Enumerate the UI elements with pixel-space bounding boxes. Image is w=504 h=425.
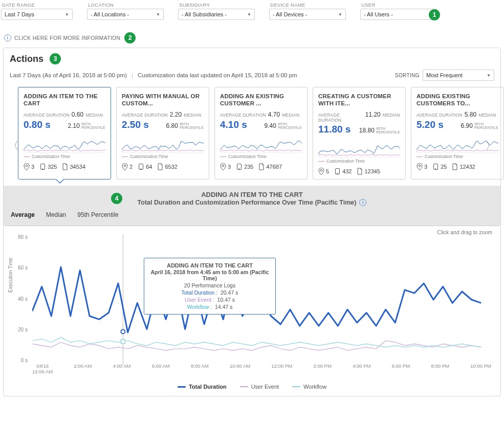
- sort-control: SORTING Most Frequent ▼: [395, 70, 494, 81]
- filter-value: - All Subsidiaries -: [182, 11, 227, 17]
- document-icon: 34534: [62, 163, 85, 170]
- tooltip-title: ADDING AN ITEM TO THE CART: [149, 262, 270, 269]
- info-icon: i: [4, 34, 11, 41]
- action-card[interactable]: PAYING WITH MANUAL OR CUSTOM...AVERAGE D…: [116, 87, 209, 180]
- sort-label: SORTING: [395, 73, 420, 78]
- svg-point-9: [320, 169, 322, 171]
- info-icon[interactable]: i: [359, 199, 366, 206]
- big-duration: 2.50 s: [122, 119, 149, 130]
- customization-time-label: Customization Time: [24, 154, 105, 159]
- filter-select[interactable]: - All Subsidiaries -▼: [178, 9, 255, 20]
- avg-label: AVERAGE DURATION: [24, 113, 70, 118]
- x-tick: 2:00 AM: [74, 363, 92, 374]
- chart-tab[interactable]: 95th Percentile: [77, 211, 118, 218]
- x-tick: 2:00 PM: [313, 363, 331, 374]
- customization-time-label: Customization Time: [417, 154, 498, 159]
- p95-value: 6.90: [461, 122, 473, 129]
- p95-label: 95THPERCENTILE: [81, 122, 105, 130]
- sparkline: [318, 139, 400, 158]
- filter-select[interactable]: - All Devices -▼: [269, 9, 346, 20]
- svg-point-8: [239, 168, 240, 169]
- svg-point-12: [419, 165, 421, 167]
- carousel-prev-icon[interactable]: 〈: [8, 138, 19, 153]
- median-label: MEDIAN: [282, 113, 299, 118]
- caret-down-icon: ▼: [156, 12, 160, 17]
- document-icon: 6532: [157, 163, 177, 170]
- card-title: CREATING A CUSTOMER WITH ITE...: [318, 93, 400, 108]
- customization-note: Customization data last updated on April…: [138, 72, 297, 78]
- x-tick: 12:00 PM: [272, 363, 293, 374]
- p95-value: 6.80: [166, 122, 178, 129]
- x-tick: 10:00 AM: [230, 363, 250, 374]
- separator: |: [132, 72, 133, 78]
- filter-label: DEVICE NAME: [269, 2, 346, 8]
- action-card[interactable]: ADDING EXISTING CUSTOMERS TO...AVERAGE D…: [411, 87, 504, 180]
- x-axis-ticks: 04/1612:00 AM2:00 AM4:00 AM6:00 AM8:00 A…: [32, 363, 491, 374]
- svg-rect-17: [121, 340, 125, 344]
- chart-area[interactable]: Click and drag to zoom Execution Time 80…: [4, 226, 500, 379]
- more-info-link[interactable]: i CLICK HERE FOR MORE INFORMATION 2: [4, 32, 504, 43]
- big-duration: 0.80 s: [24, 119, 51, 130]
- action-card[interactable]: ADDING AN EXISTING CUSTOMER ...AVERAGE D…: [214, 87, 308, 180]
- y-axis-label: Execution Time: [8, 258, 13, 293]
- sort-select[interactable]: Most Frequent ▼: [423, 70, 494, 81]
- p95-value: 9.40: [265, 122, 276, 129]
- filter-label: DATE RANGE: [1, 2, 73, 8]
- tooltip-total-label: Total Duration :: [182, 289, 218, 296]
- tablet-icon: 25: [432, 163, 447, 170]
- avg-label: AVERAGE DURATION: [417, 113, 463, 118]
- callout-badge-2: 2: [124, 32, 136, 43]
- panel-title: Actions: [10, 54, 43, 64]
- card-footer: 543212345: [318, 168, 400, 175]
- actions-panel: Actions 3 Last 7 Days (As of April 16, 2…: [3, 48, 501, 396]
- filter-value: Last 7 Days: [5, 11, 34, 17]
- filter-select[interactable]: - All Locations -▼: [87, 9, 164, 20]
- svg-point-6: [222, 165, 224, 167]
- x-tick: 4:00 PM: [353, 363, 370, 374]
- document-icon: 47687: [258, 163, 282, 170]
- card-footer: 332534534: [24, 163, 105, 170]
- document-icon: 12345: [357, 168, 380, 175]
- avg-value: 5.80: [465, 111, 476, 118]
- y-tick: 20 s: [18, 327, 28, 332]
- filter-select[interactable]: - All Users -▼: [360, 9, 437, 20]
- detail-title: ADDING AN ITEM TO THE CART: [4, 191, 500, 198]
- p95-label: 95THPERCENTILE: [376, 127, 400, 135]
- x-tick: 04/1612:00 AM: [32, 363, 53, 374]
- p95-label: 95THPERCENTILE: [180, 122, 204, 130]
- x-tick: 6:00 PM: [392, 363, 410, 374]
- p95-label: 95THPERCENTILE: [474, 122, 498, 130]
- svg-point-0: [26, 165, 28, 167]
- callout-badge-3: 3: [50, 53, 61, 64]
- median-label: MEDIAN: [184, 113, 201, 118]
- y-tick: 80 s: [18, 234, 28, 240]
- legend-item[interactable]: Total Duration: [178, 384, 227, 390]
- legend-item[interactable]: User Event: [240, 384, 279, 390]
- avg-value: 0.60: [72, 111, 83, 118]
- pin-icon: 3: [24, 163, 34, 170]
- action-card[interactable]: CREATING A CUSTOMER WITH ITE...AVERAGE D…: [313, 87, 406, 180]
- chart-tab[interactable]: Average: [11, 211, 35, 218]
- callout-badge-4: 4: [111, 193, 122, 204]
- p95-value: 2.10: [68, 122, 80, 129]
- y-tick: 40 s: [18, 296, 28, 302]
- card-title: ADDING EXISTING CUSTOMERS TO...: [417, 93, 498, 108]
- sort-value: Most Frequent: [426, 72, 463, 78]
- x-tick: 4:00 AM: [113, 363, 131, 374]
- filter-value: - All Devices -: [273, 11, 307, 17]
- median-label: MEDIAN: [478, 113, 496, 118]
- card-title: ADDING AN ITEM TO THE CART: [24, 93, 105, 108]
- avg-value: 2.20: [170, 111, 182, 118]
- chart-legend: Total DurationUser EventWorkflow: [4, 379, 500, 396]
- filter-select[interactable]: Last 7 Days▼: [1, 9, 73, 20]
- filter-label: USER: [360, 2, 437, 8]
- filter-value: - All Users -: [364, 11, 393, 17]
- document-icon: 12432: [452, 163, 475, 170]
- x-tick: 8:00 AM: [191, 363, 209, 374]
- chart-tab[interactable]: Median: [46, 211, 66, 218]
- legend-item[interactable]: Workflow: [292, 384, 326, 390]
- action-card[interactable]: ADDING AN ITEM TO THE CARTAVERAGE DURATI…: [18, 87, 111, 180]
- avg-label: AVERAGE DURATION: [122, 113, 168, 118]
- tablet-icon: 325: [39, 163, 57, 170]
- caret-down-icon: ▼: [338, 12, 342, 17]
